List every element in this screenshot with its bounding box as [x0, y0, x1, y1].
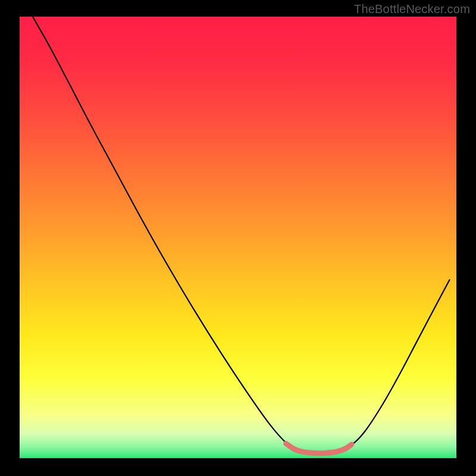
bottleneck-chart	[0, 0, 476, 476]
chart-background	[20, 17, 456, 458]
chart-stage: TheBottleNecker.com	[0, 0, 476, 476]
